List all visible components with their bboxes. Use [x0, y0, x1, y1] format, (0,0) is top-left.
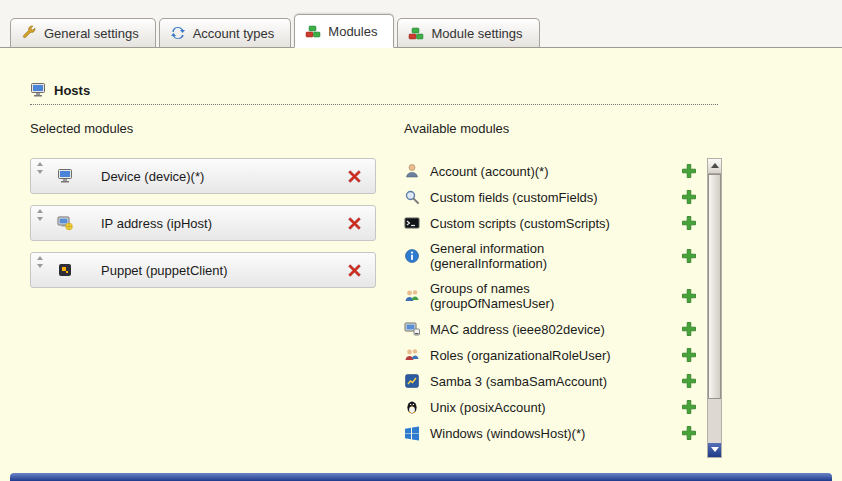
- available-module-label: Custom fields (customFields): [430, 190, 636, 205]
- ip-address-icon: [57, 215, 73, 231]
- account-types-icon: [170, 25, 186, 41]
- tab-label: Modules: [328, 24, 377, 39]
- modules-panel: Hosts Selected modules Device (device)(*…: [0, 48, 842, 481]
- available-module-label: Unix (posixAccount): [430, 400, 636, 415]
- tab-general-settings[interactable]: General settings: [10, 18, 156, 48]
- module-settings-icon: [408, 25, 424, 41]
- available-module-label: Custom scripts (customScripts): [430, 216, 636, 231]
- available-module-label: Samba 3 (sambaSamAccount): [430, 374, 636, 389]
- tab-account-types[interactable]: Account types: [159, 18, 292, 48]
- section-title: Hosts: [54, 83, 90, 98]
- available-module-custom-scripts: Custom scripts (customScripts): [404, 210, 707, 236]
- selected-modules-column: Selected modules Device (device)(*): [30, 121, 376, 458]
- scroll-thumb[interactable]: [708, 174, 721, 399]
- add-plus-icon[interactable]: [681, 347, 697, 363]
- tab-module-settings[interactable]: Module settings: [397, 18, 539, 48]
- remove-x-icon[interactable]: [346, 168, 363, 185]
- scrollbar[interactable]: [707, 158, 722, 458]
- available-module-label: Roles (organizationalRoleUser): [430, 348, 636, 363]
- arrow-down-icon: [711, 447, 719, 452]
- available-module-general-information: General information (generalInformation): [404, 236, 707, 276]
- module-columns: Selected modules Device (device)(*): [30, 121, 842, 458]
- puppet-icon: [57, 262, 73, 278]
- add-plus-icon[interactable]: [681, 163, 697, 179]
- unix-icon: [404, 399, 420, 415]
- available-module-roles: Roles (organizationalRoleUser): [404, 342, 707, 368]
- available-modules-list: Account (account)(*) Custom fields (cust…: [404, 158, 722, 458]
- available-module-unix: Unix (posixAccount): [404, 394, 707, 420]
- tab-modules[interactable]: Modules: [294, 14, 394, 48]
- tab-label: Module settings: [431, 26, 522, 41]
- available-modules-column: Available modules Account (account)(*): [404, 121, 722, 458]
- remove-x-icon[interactable]: [346, 262, 363, 279]
- modules-icon: [305, 23, 321, 39]
- selected-modules-heading: Selected modules: [30, 121, 376, 136]
- available-modules-heading: Available modules: [404, 121, 722, 136]
- available-module-samba3: Samba 3 (sambaSamAccount): [404, 368, 707, 394]
- samba-icon: [404, 373, 420, 389]
- scroll-up-button[interactable]: [708, 159, 721, 174]
- mac-address-icon: [404, 321, 420, 337]
- arrow-up-icon: [711, 163, 719, 168]
- section-heading: Hosts: [30, 82, 718, 105]
- add-plus-icon[interactable]: [681, 321, 697, 337]
- windows-icon: [404, 425, 420, 441]
- scroll-down-button[interactable]: [708, 443, 721, 457]
- available-module-account: Account (account)(*): [404, 158, 707, 184]
- custom-fields-icon: [404, 189, 420, 205]
- hosts-icon: [30, 82, 46, 98]
- add-plus-icon[interactable]: [681, 189, 697, 205]
- selected-module-puppet[interactable]: Puppet (puppetClient): [30, 252, 376, 288]
- selected-module-label: Puppet (puppetClient): [101, 263, 227, 278]
- add-plus-icon[interactable]: [681, 399, 697, 415]
- selected-module-label: Device (device)(*): [101, 169, 204, 184]
- tab-bar: General settings Account types Modules M…: [10, 14, 540, 48]
- available-module-label: MAC address (ieee802device): [430, 322, 636, 337]
- drag-handle-icon[interactable]: [36, 256, 44, 268]
- drag-handle-icon[interactable]: [36, 209, 44, 221]
- groups-icon: [404, 288, 420, 304]
- drag-handle-icon[interactable]: [36, 162, 44, 174]
- roles-icon: [404, 347, 420, 363]
- tab-label: Account types: [193, 26, 275, 41]
- add-plus-icon[interactable]: [681, 248, 697, 264]
- add-plus-icon[interactable]: [681, 425, 697, 441]
- selected-module-device[interactable]: Device (device)(*): [30, 158, 376, 194]
- available-module-label: Groups of names (groupOfNamesUser): [430, 281, 636, 311]
- modules-settings-screen: General settings Account types Modules M…: [0, 0, 842, 481]
- add-plus-icon[interactable]: [681, 373, 697, 389]
- selected-module-ip-address[interactable]: IP address (ipHost): [30, 205, 376, 241]
- custom-scripts-icon: [404, 215, 420, 231]
- available-modules-rows: Account (account)(*) Custom fields (cust…: [404, 158, 707, 458]
- account-icon: [404, 163, 420, 179]
- available-module-mac-address: MAC address (ieee802device): [404, 316, 707, 342]
- add-plus-icon[interactable]: [681, 288, 697, 304]
- info-icon: [404, 248, 420, 264]
- tab-bar-area: General settings Account types Modules M…: [0, 0, 842, 48]
- wrench-icon: [21, 25, 37, 41]
- footer-bar: [10, 473, 832, 481]
- selected-module-label: IP address (ipHost): [101, 216, 212, 231]
- available-module-groups-of-names: Groups of names (groupOfNamesUser): [404, 276, 707, 316]
- available-module-label: General information (generalInformation): [430, 241, 636, 271]
- available-module-label: Windows (windowsHost)(*): [430, 426, 636, 441]
- remove-x-icon[interactable]: [346, 215, 363, 232]
- tab-label: General settings: [44, 26, 139, 41]
- available-module-custom-fields: Custom fields (customFields): [404, 184, 707, 210]
- device-icon: [57, 168, 73, 184]
- available-module-label: Account (account)(*): [430, 164, 636, 179]
- available-module-windows: Windows (windowsHost)(*): [404, 420, 707, 446]
- add-plus-icon[interactable]: [681, 215, 697, 231]
